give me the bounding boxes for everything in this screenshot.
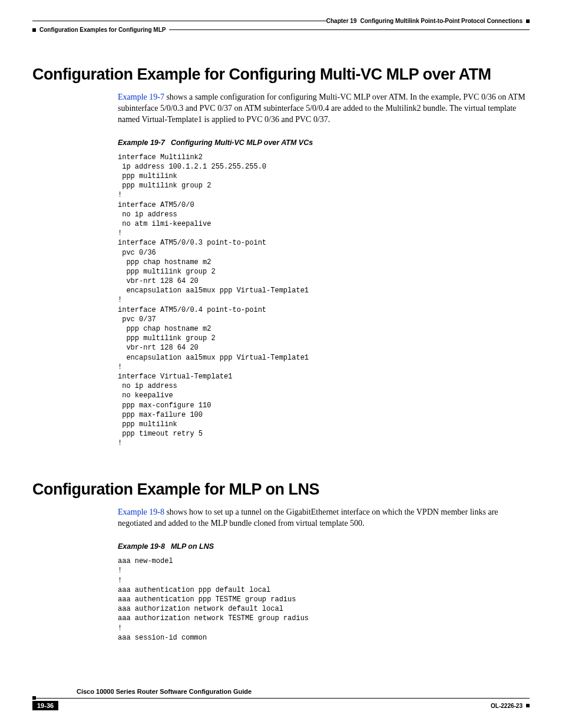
- example-19-8-link[interactable]: Example 19-8: [118, 508, 164, 516]
- section1-para-text: shows a sample configuration for configu…: [118, 93, 525, 124]
- page-container: Chapter 19 Configuring Multilink Point-t…: [0, 0, 562, 728]
- example-19-7-number: Example 19-7: [118, 139, 165, 147]
- page-footer: Cisco 10000 Series Router Software Confi…: [32, 688, 530, 710]
- section1-paragraph: Example 19-7 shows a sample configuratio…: [118, 92, 530, 126]
- footer-guide-title: Cisco 10000 Series Router Software Confi…: [77, 688, 530, 695]
- example-19-7-code: interface Multilink2 ip address 100.1.2.…: [118, 153, 530, 449]
- section2-paragraph: Example 19-8 shows how to set up a tunne…: [118, 507, 530, 529]
- section2-para-text: shows how to set up a tunnel on the Giga…: [118, 508, 498, 528]
- example-19-7-link[interactable]: Example 19-7: [118, 93, 164, 101]
- header-square-icon: [526, 19, 530, 23]
- running-header: Chapter 19 Configuring Multilink Point-t…: [32, 18, 530, 33]
- section2-title: Configuration Example for MLP on LNS: [32, 480, 530, 499]
- example-19-7-caption: Example 19-7Configuring Multi-VC MLP ove…: [118, 139, 530, 147]
- example-19-8-title: MLP on LNS: [171, 542, 214, 551]
- example-19-8-number: Example 19-8: [118, 542, 165, 551]
- example-19-7-title: Configuring Multi-VC MLP over ATM VCs: [171, 139, 313, 147]
- section-breadcrumb: Configuration Examples for Configuring M…: [39, 27, 166, 33]
- footer-square-right-icon: [526, 704, 530, 707]
- section1-title: Configuration Example for Configuring Mu…: [32, 65, 530, 84]
- chapter-label: Chapter 19: [326, 18, 357, 24]
- example-19-8-code: aaa new-model ! ! aaa authentication ppp…: [118, 556, 530, 643]
- document-id: OL-2226-23: [491, 703, 523, 709]
- breadcrumb-square-icon: [32, 28, 36, 32]
- chapter-title: Configuring Multilink Point-to-Point Pro…: [360, 18, 523, 24]
- page-number-badge: 19-36: [32, 701, 58, 710]
- example-19-8-caption: Example 19-8MLP on LNS: [118, 542, 530, 551]
